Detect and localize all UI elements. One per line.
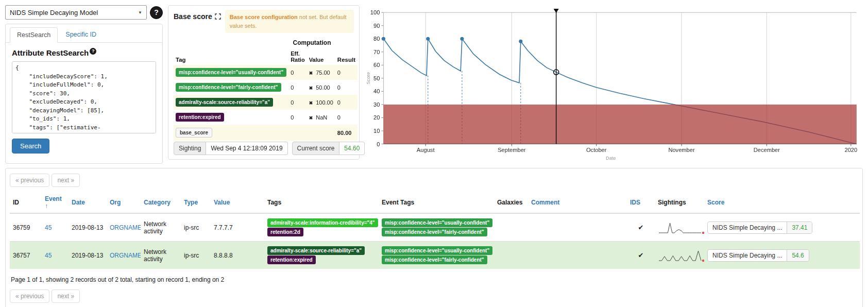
base-score-panel: Base score Base score configuration not … (168, 5, 360, 160)
cell-comment (528, 242, 627, 269)
cell-date: 2019-08-13 (69, 213, 107, 242)
sighting-label: Sighting (174, 142, 206, 155)
score-box: NIDS Simple Decaying ... 37.41 (707, 221, 812, 234)
attribute-row[interactable]: 36757 45 2019-08-13 ORGNAME Network acti… (10, 242, 860, 269)
col-header-date[interactable]: Date (69, 192, 107, 213)
col-header-score[interactable]: Score (704, 192, 860, 213)
restsearch-help-icon[interactable]: ? (90, 48, 96, 55)
col-header-ids[interactable]: IDS (627, 192, 655, 213)
col-header-category[interactable]: Category (141, 192, 181, 213)
question-mark-icon: ? (154, 8, 159, 16)
pagination-top: « previous next » (10, 174, 858, 187)
col-header-result: Result (335, 37, 358, 65)
base-score-row: retention:expired 0 ✖NaN 0 (174, 110, 358, 125)
cell-id: 36759 (10, 213, 42, 242)
svg-text:Score: Score (366, 72, 371, 84)
cell-event-tags: misp:confidence-level="usually-confident… (379, 242, 494, 269)
col-header-value: Value (307, 48, 335, 65)
base-score-row: misp:confidence-level="usually-confident… (174, 65, 358, 80)
current-score-label: Current score (292, 142, 340, 155)
ids-checkmark-icon: ✔ (627, 213, 655, 242)
col-header-comment[interactable]: Comment (528, 192, 627, 213)
next-page-button[interactable]: next » (52, 289, 80, 303)
multiply-icon: ✖ (309, 86, 313, 91)
col-header-type[interactable]: Type (181, 192, 211, 213)
cell-galaxies (494, 213, 528, 242)
svg-text:October: October (586, 147, 607, 153)
decaying-model-select[interactable]: NIDS Simple Decaying Model ▼ (5, 5, 147, 20)
svg-text:80: 80 (373, 36, 380, 42)
search-tabs: RestSearch Specific ID (6, 24, 162, 43)
cell-value: ✖75.00 (307, 65, 335, 80)
chevron-down-icon: ▼ (138, 10, 142, 15)
event-link[interactable]: 45 (45, 252, 52, 259)
cell-base-score-result: 80.00 (335, 125, 358, 141)
cell-result: 0 (335, 95, 358, 110)
cell-eff-ratio: 0 (288, 95, 307, 110)
col-header-id: ID (10, 192, 42, 213)
base-score-warning: Base score configuration not set. But de… (225, 10, 354, 33)
decay-score-chart[interactable]: AugustSeptemberOctoberNovemberDecember20… (365, 5, 863, 163)
sighting-date-value: Wed Sep 4 12:18:09 2019 (206, 142, 287, 155)
top-section: NIDS Simple Decaying Model ▼ ? RestSearc… (0, 0, 868, 165)
svg-text:September: September (498, 147, 526, 153)
cell-value: ✖NaN (307, 110, 335, 125)
cell-comment (528, 213, 627, 242)
multiply-icon: ✖ (309, 115, 313, 121)
svg-text:November: November (668, 147, 695, 153)
cell-value: ✖50.00 (307, 80, 335, 95)
score-model-label: NIDS Simple Decaying ... (708, 222, 787, 233)
cell-value: 7.7.7.7 (211, 213, 264, 242)
base-score-total-row: base_score 80.00 (174, 125, 358, 141)
org-link[interactable]: ORGNAME (110, 252, 141, 259)
svg-text:0: 0 (377, 141, 380, 147)
cell-event-tags: misp:confidence-level="usually-confident… (379, 213, 494, 242)
svg-text:90: 90 (373, 23, 380, 29)
cell-galaxies (494, 242, 528, 269)
event-tag-badge: misp:confidence-level="usually-confident… (382, 218, 492, 227)
attribute-row[interactable]: 36759 45 2019-08-13 ORGNAME Network acti… (10, 213, 860, 242)
cell-category: Network activity (141, 242, 181, 269)
base-score-row: misp:confidence-level="fairly-confident"… (174, 80, 358, 95)
search-button[interactable]: Search (12, 139, 49, 154)
col-header-event[interactable]: Event ↑ (42, 192, 69, 213)
cell-eff-ratio: 0 (288, 110, 307, 125)
cell-result: 0 (335, 65, 358, 80)
pagination-bottom: « previous next » (10, 289, 858, 303)
table-header-row: ID Event ↑ Date Org Category Type Value … (10, 192, 860, 213)
decay-chart-panel: AugustSeptemberOctoberNovemberDecember20… (365, 5, 863, 163)
col-header-sightings: Sightings (655, 192, 704, 213)
col-header-computation: Computation (288, 37, 335, 48)
svg-text:40: 40 (373, 88, 380, 94)
event-link[interactable]: 45 (45, 224, 52, 231)
sort-asc-icon: ↑ (45, 202, 48, 210)
pagination-summary: Page 1 of 1, showing 2 records out of 2 … (11, 276, 857, 283)
svg-text:December: December (754, 147, 780, 153)
svg-text:Date: Date (606, 156, 616, 161)
previous-page-button[interactable]: « previous (10, 289, 49, 303)
col-header-org[interactable]: Org (107, 192, 141, 213)
cell-result: 0 (335, 80, 358, 95)
current-score-group: Current score 54.60 (292, 142, 365, 155)
org-link[interactable]: ORGNAME (110, 224, 141, 231)
tab-specific-id[interactable]: Specific ID (59, 27, 103, 42)
tab-restsearch[interactable]: RestSearch (10, 27, 58, 43)
restsearch-query-input[interactable]: { "includeDecayScore": 1, "includeFullMo… (12, 61, 156, 133)
cell-result: 0 (335, 110, 358, 125)
tag-badge: retention:expired (267, 255, 316, 264)
svg-text:August: August (417, 147, 435, 153)
score-value: 37.41 (787, 222, 812, 233)
multiply-icon: ✖ (309, 100, 313, 106)
tag-badge: misp:confidence-level="fairly-confident" (176, 83, 281, 92)
svg-text:20: 20 (373, 115, 380, 121)
tag-badge: admiralty-scale:information-credibility=… (267, 218, 378, 227)
previous-page-button[interactable]: « previous (10, 174, 49, 187)
restsearch-heading: Attribute RestSearch? (12, 48, 156, 57)
next-page-button[interactable]: next » (52, 174, 80, 187)
col-header-value[interactable]: Value (211, 192, 264, 213)
cell-tags: admiralty-scale:information-credibility=… (264, 213, 379, 242)
multiply-icon: ✖ (309, 71, 313, 76)
model-help-button[interactable]: ? (150, 6, 163, 19)
ids-checkmark-icon: ✔ (627, 242, 655, 269)
expand-icon[interactable] (215, 13, 221, 20)
